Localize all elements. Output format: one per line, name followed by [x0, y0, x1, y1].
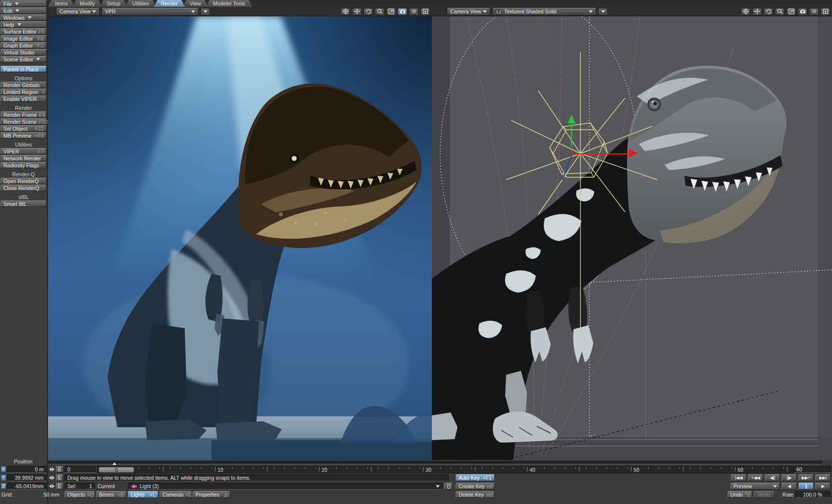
- y-axis-button[interactable]: Y: [0, 474, 6, 481]
- create-key-button[interactable]: Create Keyret: [456, 483, 495, 490]
- viewport-menu-button[interactable]: [201, 8, 210, 15]
- minimize-maximize-icon[interactable]: [821, 8, 830, 15]
- x-nudge-control[interactable]: [48, 466, 55, 473]
- frame-slider[interactable]: 0: [99, 467, 134, 473]
- radiosity-flags-button[interactable]: Radiosity Flags: [0, 162, 47, 168]
- tab-view[interactable]: View: [183, 0, 208, 7]
- play-reverse-button[interactable]: ◀: [781, 483, 797, 490]
- delete-key-button[interactable]: Delete Keydel: [456, 491, 495, 498]
- smart-ibl-button[interactable]: Smart IBL: [0, 201, 47, 207]
- tab-items[interactable]: Items: [48, 0, 75, 7]
- menu-edit[interactable]: Edit: [0, 7, 47, 14]
- z-position-field[interactable]: -65.0419mm: [7, 483, 47, 490]
- left-toolbar: File Edit Windows Help Surface EditorF5 …: [0, 0, 48, 504]
- x-axis-button[interactable]: X: [0, 466, 6, 473]
- x-position-field[interactable]: 0 m: [7, 466, 47, 473]
- timeline-ruler[interactable]: 0 10 20 30 40 50 60 0: [97, 466, 793, 473]
- vpr-render-view[interactable]: [48, 16, 432, 460]
- z-axis-button[interactable]: Z: [0, 483, 6, 490]
- properties-button[interactable]: Propertiesp: [193, 491, 230, 498]
- center-item-icon[interactable]: [741, 8, 750, 15]
- z-nudge-control[interactable]: [48, 483, 55, 490]
- current-frame-field[interactable]: 0: [64, 466, 96, 473]
- render-frame-button[interactable]: Render FrameF9: [0, 111, 47, 118]
- rotate-icon[interactable]: [764, 8, 773, 15]
- row-y-status: Y 39.9992 mm E Drag mouse in view to mov…: [0, 474, 832, 482]
- z-envelope-button[interactable]: E: [56, 483, 63, 490]
- viewport-menu-button[interactable]: [598, 8, 608, 15]
- y-position-field[interactable]: 39.9992 mm: [7, 474, 47, 481]
- render-mode-dropdown[interactable]: VPR: [102, 8, 199, 15]
- menu-file[interactable]: File: [0, 0, 47, 7]
- pause-button[interactable]: ||: [798, 483, 814, 490]
- zoom-icon[interactable]: [375, 8, 384, 15]
- scene-editor-button[interactable]: Scene Editor: [0, 56, 47, 62]
- prev-key-button[interactable]: +◀◀: [748, 474, 763, 481]
- tab-modeler-tools[interactable]: Modeler Tools: [206, 0, 252, 7]
- current-item-dropdown[interactable]: Light (3): [128, 483, 443, 490]
- parent-in-place-button[interactable]: Parent in Place: [0, 66, 47, 72]
- item-list-button[interactable]: [444, 483, 453, 490]
- sel-object-button[interactable]: Sel ObjectF11: [0, 125, 47, 132]
- render-scene-button[interactable]: Render SceneF10: [0, 118, 47, 125]
- preview-dropdown[interactable]: Preview: [730, 483, 780, 490]
- undo-button[interactable]: Undo^Z: [728, 491, 752, 498]
- viper-button[interactable]: VIPERF7: [0, 148, 47, 154]
- view-mode-dropdown[interactable]: Camera View: [447, 8, 490, 15]
- fit-selected-icon[interactable]: [786, 8, 796, 15]
- image-editor-button[interactable]: Image EditorF6: [0, 35, 47, 42]
- x-envelope-button[interactable]: E: [56, 466, 63, 473]
- play-forward-button[interactable]: ▶: [815, 483, 831, 490]
- go-end-button[interactable]: ▶▶|: [815, 474, 831, 481]
- cameras-button[interactable]: Cameras+C: [159, 491, 192, 498]
- pan-icon[interactable]: [752, 8, 762, 15]
- bones-button[interactable]: Bones+B: [96, 491, 127, 498]
- next-key-button[interactable]: ▶▶+: [798, 474, 814, 481]
- auto-key-button[interactable]: Auto Key+F1: [456, 474, 495, 481]
- tab-setup[interactable]: Setup: [100, 0, 127, 7]
- close-renderq-button[interactable]: Close RenderQ: [0, 185, 47, 191]
- mb-preview-button[interactable]: MB Preview+F9: [0, 132, 47, 139]
- display-options-icon[interactable]: [809, 8, 819, 15]
- position-panel-title: Position: [0, 458, 47, 464]
- rate-field[interactable]: 100.0 %: [795, 491, 831, 498]
- y-nudge-control[interactable]: [48, 474, 55, 481]
- timeline-pan-bar[interactable]: [47, 461, 822, 464]
- center-item-icon[interactable]: [341, 8, 350, 15]
- y-envelope-button[interactable]: E: [56, 474, 63, 481]
- step-back-button[interactable]: ◀||: [765, 474, 780, 481]
- pan-icon[interactable]: [352, 8, 362, 15]
- go-start-button[interactable]: |◀◀: [731, 474, 746, 481]
- tab-render[interactable]: Render: [154, 0, 185, 7]
- camera-icon[interactable]: [798, 8, 807, 15]
- light-icon: [131, 484, 137, 489]
- render-mode-dropdown[interactable]: TTextured Shaded Solid: [492, 8, 596, 15]
- objects-button[interactable]: Objects+O: [64, 491, 95, 498]
- display-options-icon[interactable]: [409, 8, 418, 15]
- minimize-maximize-icon[interactable]: [420, 8, 430, 15]
- chevron-down-icon: [589, 10, 593, 15]
- opengl-view[interactable]: [432, 16, 832, 460]
- tab-modify[interactable]: Modify: [73, 0, 102, 7]
- surface-editor-button[interactable]: Surface EditorF5: [0, 28, 47, 35]
- redo-button[interactable]: Redo: [754, 491, 775, 498]
- network-render-button[interactable]: Network Render: [0, 155, 47, 161]
- view-mode-dropdown[interactable]: Camera View: [56, 8, 100, 15]
- virtual-studio-button[interactable]: Virtual Studio: [0, 49, 47, 55]
- limited-region-button[interactable]: Limited Regionl: [0, 89, 47, 95]
- enable-viper-button[interactable]: Enable VIPER: [0, 96, 47, 102]
- camera-icon[interactable]: [398, 8, 407, 15]
- graph-editor-button[interactable]: Graph Editor^F2: [0, 42, 47, 49]
- ruler-label: 50: [626, 467, 646, 473]
- rotate-icon[interactable]: [364, 8, 373, 15]
- step-forward-button[interactable]: ||▶: [781, 474, 797, 481]
- tab-utilities[interactable]: Utilities: [125, 0, 156, 7]
- fit-selected-icon[interactable]: [386, 8, 396, 15]
- open-renderq-button[interactable]: Open RenderQ: [0, 178, 47, 184]
- lights-button[interactable]: Lights+L: [128, 491, 158, 498]
- menu-help[interactable]: Help: [0, 21, 47, 28]
- render-globals-button[interactable]: Render Globals: [0, 82, 47, 88]
- end-frame-field[interactable]: 60: [793, 466, 831, 473]
- zoom-icon[interactable]: [775, 8, 784, 15]
- menu-windows[interactable]: Windows: [0, 14, 47, 21]
